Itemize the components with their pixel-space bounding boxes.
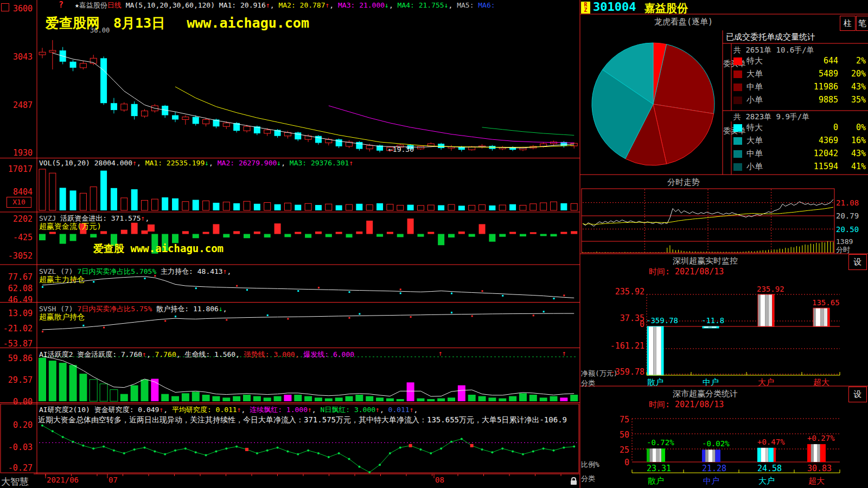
text-span: , <box>281 159 290 167</box>
text-span: 嘉益股份 <box>79 1 107 9</box>
svsh-ytick: -21.02 <box>0 324 33 333</box>
xaxis-label: 2021/06 <box>47 476 79 484</box>
fenshi-high-label: 21.08 <box>836 198 859 207</box>
fenlei-ytick: 0 <box>608 458 629 467</box>
text-span: ↓ <box>385 1 389 9</box>
sell-row-count: 4369 <box>789 136 838 145</box>
text-span: 爆发线: 6.000 <box>303 350 354 358</box>
text-span: 0.011 <box>388 406 410 414</box>
svsh-subtitle: 超赢散户持仓 <box>39 312 85 322</box>
fund-flow-news-text: 近期大资金总体由空转多，近两日出现异动，关注其持续性，今日大单净流入：371.5… <box>38 415 579 425</box>
vol-header: VOL(5,10,20) 28004.000↑, MA1: 22535.199↓… <box>39 159 353 167</box>
text-span: AI活跃度2 <box>39 350 77 358</box>
pen-mode-button[interactable]: 笔 <box>856 16 868 31</box>
fenshi-mid-label: 20.79 <box>836 211 859 220</box>
text-span: MA4: 21.755 <box>398 1 444 9</box>
sell-row-name: 中单 <box>746 149 763 159</box>
fenlei-change-label: +0.27% <box>807 434 835 442</box>
text-span: N日飘红: 3.000 <box>320 406 375 414</box>
fenlei-value-label: 23.31 <box>647 464 671 473</box>
text-span: SVZL (7) <box>39 267 77 275</box>
szjk-bar-label: 235.92 <box>757 285 784 293</box>
text-span: 活跃资金进出: 371.575 <box>60 214 141 222</box>
stock-name: 嘉益股份 <box>644 1 688 16</box>
stock-code: 301004 <box>593 0 636 14</box>
last-price-tag: ←19.30 <box>388 145 414 153</box>
sell-row-swatch <box>733 163 742 171</box>
szjk-title: 深圳超赢实时监控 <box>624 256 787 266</box>
bar-mode-button[interactable]: 柱 <box>840 16 856 31</box>
szjk-ytick: -359.78 <box>602 367 644 377</box>
text-span: ↓ <box>205 159 209 167</box>
text-span: , <box>312 406 321 414</box>
text-span: 平均研究度: 0.011 <box>172 406 237 414</box>
buy-row-swatch <box>733 97 742 104</box>
text-span: ↑ <box>410 406 414 414</box>
ai1-signal-arrow-1: ↑ <box>438 349 443 357</box>
text-span: AI研究度2(10) <box>39 406 94 414</box>
ai2-ytick: 0.20 <box>0 420 33 430</box>
text-span: 连续飘红: 1.000 <box>250 406 308 414</box>
fenlei-ytick: 25 <box>608 445 629 455</box>
szjk-bar-label: 135.65 <box>812 298 840 307</box>
fenlei-axis-caption-1: 比例% <box>581 460 599 470</box>
watermark-mid: 爱查股 www.aichagu.com <box>93 242 224 256</box>
fenlei-settings-button[interactable]: 设 <box>848 387 867 402</box>
text-span: VOL(5,10,20) <box>39 159 94 167</box>
xaxis-label: 08 <box>435 476 444 484</box>
watermark-site-banner: 爱查股网 8月13日 www.aichagu.com <box>46 14 309 32</box>
text-span: ↓ <box>277 159 281 167</box>
ai1-signal-arrow-2: ↑ <box>562 349 566 357</box>
text-span: , <box>146 350 155 358</box>
svsh-ytick: -53.87 <box>0 339 33 349</box>
szjk-settings-button[interactable]: 设 <box>848 254 867 270</box>
buy-side-label: 委买单 <box>723 59 732 69</box>
fenlei-ytick: 50 <box>608 430 629 440</box>
x10-scale-badge: X10 <box>7 197 31 208</box>
fenlei-value-label: 30.83 <box>807 464 832 473</box>
buy-row-count: 9885 <box>789 95 838 105</box>
svzj-ytick: -3052 <box>0 251 33 261</box>
svzj-subtitle: 超赢资金流(万元) <box>39 222 101 232</box>
fenlei-cat-label: 中户 <box>703 476 719 486</box>
szjk-ytick: 235.92 <box>602 287 644 297</box>
fenshi-vol-label: 1389 <box>836 237 853 246</box>
ai1-ytick: 0.00 <box>0 397 33 407</box>
text-span: ↓ <box>219 305 223 313</box>
text-span: MA3: 21.000 <box>338 1 385 9</box>
text-span: 28004.000 <box>94 159 132 167</box>
fenlei-cat-label: 大户 <box>758 476 775 486</box>
text-span: 资金研究度: 0.049 <box>94 406 159 414</box>
text-span: 日线 <box>107 1 122 9</box>
kline-ytick: 1930 <box>0 148 33 158</box>
text-span: , <box>176 350 185 358</box>
szjk-bar-label: -11.8 <box>701 316 724 325</box>
order-stats-title: 已成交委托单成交量统计 <box>726 32 815 42</box>
text-span: , <box>163 406 172 414</box>
sell-row-pct: 0% <box>842 123 866 132</box>
sell-row-name: 大单 <box>746 136 763 146</box>
text-span: , <box>223 305 227 313</box>
text-span: , <box>380 406 388 414</box>
text-span: MA(5,10,20,30,60,120) <box>122 1 219 9</box>
buy-row-pct: 43% <box>842 82 866 92</box>
fenlei-value-label: 21.28 <box>702 464 726 473</box>
sell-orders-summary: 共 2823单 9.9手/单 <box>733 112 809 122</box>
kline-ytick: 3600 <box>0 4 33 14</box>
text-span: , <box>137 159 145 167</box>
text-span: ↑ <box>142 350 146 358</box>
ai2-ytick: -0.27 <box>0 463 33 473</box>
vol-ytick: 8404 <box>0 187 33 197</box>
buy-row-count: 644 <box>789 56 838 66</box>
sell-row-name: 小单 <box>746 162 763 172</box>
buy-row-count: 5489 <box>789 69 838 79</box>
szjk-ytick: -161.21 <box>602 341 644 351</box>
svzl-ytick: 62.08 <box>0 284 33 293</box>
kline-header: ★嘉益股份日线 MA(5,10,20,30,60,120) MA1: 20.91… <box>75 1 495 10</box>
sell-row-count: 11594 <box>789 162 838 171</box>
sell-row-swatch <box>733 137 742 145</box>
text-span: , <box>145 214 149 222</box>
text-span: MA5: <box>457 1 478 9</box>
lock-icon[interactable] <box>571 480 577 485</box>
text-span: 7.760 <box>155 350 176 358</box>
